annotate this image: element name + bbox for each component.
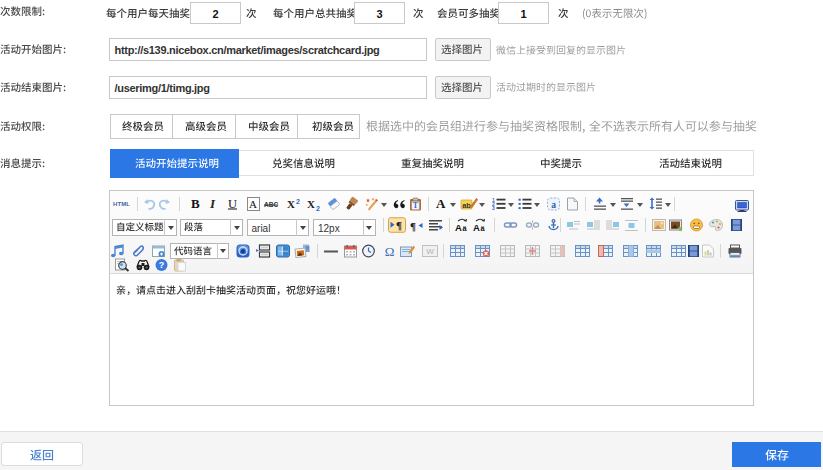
svg-text:3: 3: [492, 205, 495, 211]
svg-text:T: T: [413, 201, 419, 210]
svg-text:a: a: [551, 200, 556, 210]
svg-text:ab: ab: [462, 201, 471, 210]
svg-text:¶: ¶: [410, 220, 416, 232]
svg-text:Ω: Ω: [385, 244, 395, 259]
svg-text:A: A: [473, 222, 480, 233]
svg-text:W: W: [426, 247, 434, 256]
svg-text:A: A: [455, 222, 462, 233]
svg-text:¶: ¶: [396, 219, 402, 231]
svg-text:?: ?: [158, 260, 164, 270]
